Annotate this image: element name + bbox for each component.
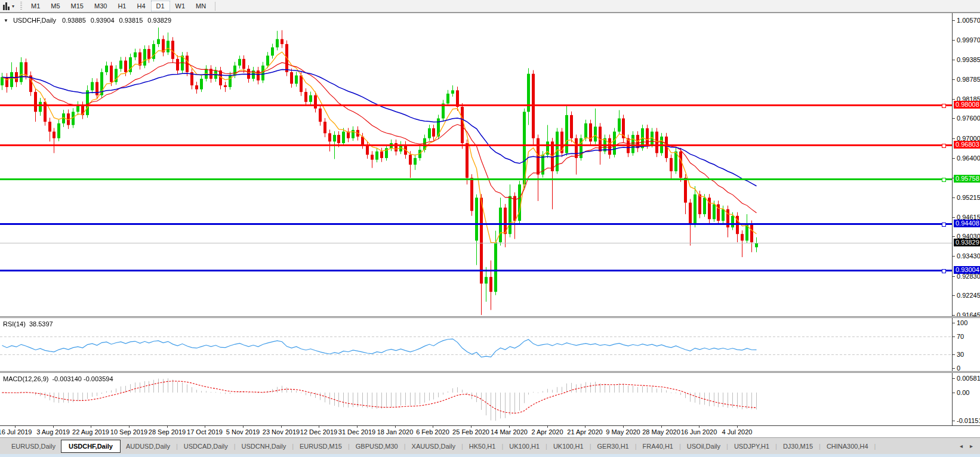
pane-separator[interactable] [0, 371, 980, 373]
chart-window: ▼ USDCHF,Daily 0.93885 0.93904 0.93815 0… [0, 13, 980, 437]
date-label: 6 Feb 2020 [416, 428, 449, 436]
timeframe-button-mn[interactable]: MN [190, 1, 211, 11]
timeframe-button-h1[interactable]: H1 [112, 1, 131, 11]
date-label: 12 Dec 2019 [300, 428, 337, 436]
date-label: 2 Apr 2020 [531, 428, 563, 436]
tab-usdcad-daily[interactable]: USDCAD,Daily [178, 440, 233, 452]
date-label: 3 Aug 2019 [36, 428, 70, 436]
timeframe-button-m5[interactable]: M5 [45, 1, 65, 11]
bottom-strip [0, 454, 980, 457]
price-tick [953, 256, 955, 257]
price-tick [953, 20, 955, 21]
date-label: 18 Jan 2020 [377, 428, 414, 436]
tab-ger30-h1[interactable]: GER30,H1 [592, 440, 634, 452]
tab-usdjpy-h1[interactable]: USDJPY,H1 [729, 440, 775, 452]
date-label: 10 Sep 2019 [110, 428, 147, 436]
tab-gbpusd-m30[interactable]: GBPUSD,M30 [350, 440, 403, 452]
timeframe-button-h4[interactable]: H4 [131, 1, 150, 11]
date-label: 28 Sep 2019 [149, 428, 186, 436]
rsi-pane-canvas[interactable] [0, 319, 952, 372]
chart-tabbar: EURUSD,DailyUSDCHF,DailyAUDUSD,Daily|USD… [0, 437, 980, 454]
tab-xauusd-daily[interactable]: XAUUSD,Daily [406, 440, 461, 452]
date-tick [129, 426, 130, 428]
level-badge: 0.96803 [954, 141, 980, 149]
date-tick [661, 426, 662, 428]
price-tick-label: 0.98785 [957, 76, 980, 83]
timeframe-button-m1[interactable]: M1 [26, 1, 45, 11]
toolbar-grip[interactable] [20, 2, 22, 10]
tab-fra40-h1[interactable]: FRA40,H1 [637, 440, 679, 452]
close-value: 0.93829 [147, 17, 171, 24]
timeframe-button-w1[interactable]: W1 [170, 1, 191, 11]
price-tick-label: 0.99385 [957, 56, 980, 63]
price-tick [953, 79, 955, 80]
timeframe-button-m15[interactable]: M15 [66, 1, 89, 11]
macd-tick-label: -0.011514 [957, 417, 980, 424]
date-label: 23 Nov 2019 [263, 428, 300, 436]
macd-tick [953, 421, 955, 421]
date-tick [585, 426, 585, 428]
timeframe-buttons: M1M5M15M30H1H4D1W1MN [26, 1, 211, 11]
tab-eurusd-daily[interactable]: EURUSD,Daily [6, 440, 61, 452]
price-tick-label: 0.93430 [957, 252, 980, 260]
tab-uk100-h1[interactable]: UK100,H1 [504, 440, 545, 452]
date-label: 22 Aug 2019 [72, 428, 109, 436]
tab-uk100-h1[interactable]: UK100,H1 [548, 440, 589, 452]
tab-usdcnh-daily[interactable]: USDCNH,Daily [236, 440, 292, 452]
pane-separator[interactable] [0, 316, 980, 318]
macd-pane-canvas[interactable] [0, 373, 952, 425]
date-label: 14 Mar 2020 [491, 428, 528, 436]
current-price-badge: 0.93829 [954, 239, 980, 246]
date-label: 4 Jul 2020 [722, 428, 753, 436]
price-tick-label: 0.96400 [957, 155, 980, 162]
toolbar-separator [215, 2, 215, 11]
rsi-tick-label: 70 [957, 333, 964, 340]
price-tick [953, 60, 955, 60]
rsi-tick [953, 354, 955, 355]
collapse-icon[interactable]: ▼ [4, 18, 8, 23]
macd-tick [953, 378, 955, 379]
date-label: 25 Feb 2020 [452, 428, 489, 436]
date-label: 5 Nov 2019 [226, 428, 260, 436]
date-label: 21 Apr 2020 [567, 428, 602, 436]
tab-eurusd-m15[interactable]: EURUSD,M15 [294, 440, 347, 452]
date-tick [509, 426, 510, 428]
date-tick [167, 426, 168, 428]
mt4-window: ▾ M1M5M15M30H1H4D1W1MN ▼ USDCHF,Daily 0.… [0, 0, 980, 457]
chart-tool-icon[interactable] [2, 2, 11, 10]
date-tick [699, 426, 699, 428]
date-tick [15, 426, 16, 428]
open-value: 0.93885 [62, 17, 86, 24]
price-tick [953, 276, 955, 277]
tab-china300-h4[interactable]: CHINA300,H4 [821, 440, 874, 452]
price-pane-canvas[interactable] [0, 14, 952, 317]
tab-scroll-right-icon[interactable]: ▸ [970, 443, 973, 449]
date-axis: 16 Jul 20193 Aug 201922 Aug 201910 Sep 2… [0, 426, 952, 438]
date-label: 9 May 2020 [606, 428, 640, 436]
chevron-down-icon[interactable]: ▾ [12, 4, 14, 9]
date-tick [91, 426, 91, 428]
tab-usdchf-daily[interactable]: USDCHF,Daily [61, 440, 121, 453]
chart-toolbar: ▾ M1M5M15M30H1H4D1W1MN [0, 0, 980, 13]
date-tick [471, 426, 471, 428]
chart-title: ▼ USDCHF,Daily 0.93885 0.93904 0.93815 0… [4, 17, 171, 24]
macd-tick-label: 0.005818 [957, 375, 980, 382]
rsi-tick-label: 30 [957, 351, 964, 358]
tab-usoil-daily[interactable]: USOil,Daily [682, 440, 726, 452]
tab-audusd-daily[interactable]: AUDUSD,Daily [121, 440, 175, 452]
timeframe-button-m30[interactable]: M30 [89, 1, 112, 11]
date-label: 31 Dec 2019 [338, 428, 375, 436]
tab-hk50-h1[interactable]: HK50,H1 [464, 440, 501, 452]
date-tick [395, 426, 396, 428]
high-value: 0.93904 [91, 17, 115, 24]
tab-dj30-m15[interactable]: DJ30,M15 [778, 440, 818, 452]
low-value: 0.93815 [119, 17, 143, 24]
tab-scroll-left-icon[interactable]: ◂ [960, 443, 963, 449]
date-tick [433, 426, 433, 428]
date-tick [205, 426, 205, 428]
timeframe-button-d1[interactable]: D1 [151, 1, 170, 11]
date-tick [53, 426, 54, 428]
price-tick [953, 197, 955, 198]
date-tick [547, 426, 548, 428]
date-tick [281, 426, 282, 428]
